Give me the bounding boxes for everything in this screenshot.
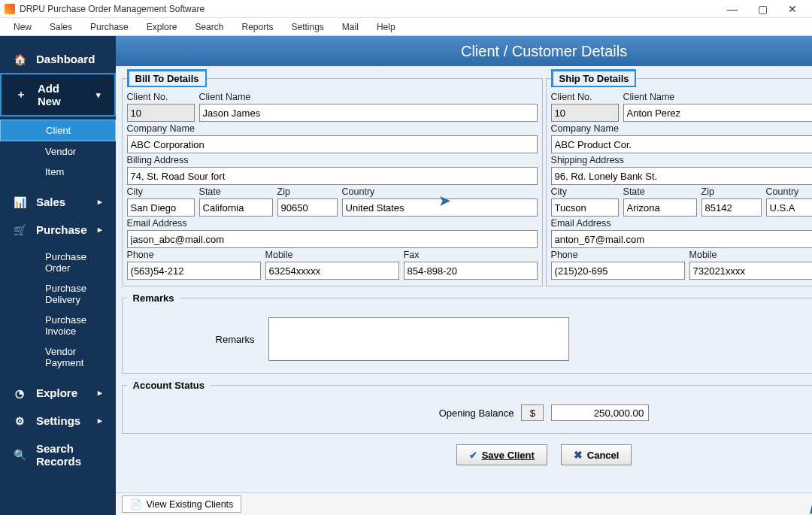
menu-purchase[interactable]: Purchase [81,22,138,32]
label-bill-clientname: Client Name [199,92,538,102]
chevron-right-icon: ▸ [98,416,102,426]
input-ship-phone[interactable] [551,262,685,280]
label-bill-clientno: Client No. [127,92,195,102]
label-ship-country: Country [766,186,812,197]
x-icon: ✖ [574,449,583,461]
input-bill-mobile[interactable] [265,262,399,280]
sidebar: 🏠 Dashboard ＋ Add New ▾ Client Vendor It… [0,36,116,515]
plus-icon: ＋ [15,89,27,101]
sidebar-add-new[interactable]: ＋ Add New ▾ [0,73,116,117]
page-header: Client / Customer Details Close [116,36,812,66]
input-bill-zip[interactable] [277,198,338,217]
label-bill-company: Company Name [127,123,538,134]
sidebar-subitem-client[interactable]: Client [0,120,116,141]
maximize-button[interactable]: ▢ [747,0,777,18]
globe-icon: ◔ [14,387,26,399]
chevron-right-icon: ▸ [98,225,102,235]
label-ship-mobile: Mobile [689,250,812,260]
sidebar-purchase-label: Purchase [36,223,87,236]
menubar: New Sales Purchase Explore Search Report… [0,18,812,36]
menu-reports[interactable]: Reports [232,22,282,32]
input-ship-email[interactable] [551,230,812,248]
input-bill-email[interactable] [127,230,538,248]
sidebar-subitem-item[interactable]: Item [0,162,116,182]
minimize-button[interactable]: — [717,0,747,18]
label-bill-state: State [199,186,273,197]
input-bill-fax[interactable] [404,262,538,280]
label-remarks: Remarks [187,334,255,345]
menu-mail[interactable]: Mail [333,22,368,32]
input-ship-state[interactable] [623,198,697,217]
menu-help[interactable]: Help [368,22,404,32]
menu-search[interactable]: Search [186,22,232,32]
content: Client / Customer Details Close Bill To … [116,36,812,515]
input-ship-shipping[interactable] [551,167,812,185]
input-currency [521,404,544,421]
bill-to-fieldset: Bill To Details Client No. Client Name C… [122,69,543,286]
close-window-button[interactable]: ✕ [777,0,807,18]
label-bill-zip: Zip [277,186,338,197]
menu-sales[interactable]: Sales [41,22,81,32]
sidebar-subitem-po[interactable]: Purchase Order [0,247,116,278]
sidebar-explore[interactable]: ◔ Explore ▸ [0,379,116,407]
sidebar-sales[interactable]: 📊 Sales ▸ [0,188,116,216]
sidebar-dashboard[interactable]: 🏠 Dashboard [0,45,116,73]
input-bill-phone[interactable] [127,262,261,280]
sidebar-subitem-vendor[interactable]: Vendor [0,141,116,162]
sidebar-subitem-delivery[interactable]: Purchase Delivery [0,278,116,310]
search-icon: 🔍 [14,449,26,461]
home-icon: 🏠 [14,53,26,65]
textarea-remarks[interactable] [268,317,569,361]
input-bill-city[interactable] [127,198,195,217]
label-ship-zip: Zip [701,186,762,197]
chart-icon: 📊 [14,196,26,208]
cancel-label: Cancel [587,450,620,461]
input-opening-balance[interactable] [551,404,649,421]
label-ship-shipping: Shipping Address [551,155,812,165]
input-bill-clientname[interactable] [199,104,538,122]
ship-to-fieldset: Ship To Details Client No. Client Name C… [546,69,812,286]
sidebar-settings[interactable]: ⚙ Settings ▸ [0,407,116,435]
input-ship-clientno[interactable] [551,104,619,122]
sidebar-subitem-payment[interactable]: Vendor Payment [0,341,116,373]
save-client-button[interactable]: ✔ Save Client [456,444,547,465]
label-bill-mobile: Mobile [265,250,399,260]
sidebar-purchase[interactable]: 🛒 Purchase ▸ [0,216,116,244]
label-bill-phone: Phone [127,250,261,260]
chevron-right-icon: ▸ [98,388,102,398]
input-bill-company[interactable] [127,135,538,153]
input-ship-clientname[interactable] [623,104,812,122]
sidebar-search-label: Search Records [36,442,102,468]
arrow-right-icon: ➤ [439,192,450,209]
input-ship-city[interactable] [551,198,619,217]
menu-settings[interactable]: Settings [283,22,333,32]
remarks-legend: Remarks [127,291,180,305]
label-ship-clientno: Client No. [551,92,619,102]
label-opening-balance: Opening Balance [439,407,514,419]
input-ship-company[interactable] [551,135,812,153]
view-existing-clients-button[interactable]: 📄 View Existing Clients [122,495,242,513]
input-bill-clientno[interactable] [127,104,195,122]
sidebar-subitem-invoice[interactable]: Purchase Invoice [0,310,116,341]
input-bill-state[interactable] [199,198,273,217]
account-status-legend: Account Status [127,378,211,392]
label-bill-billing: Billing Address [127,155,538,165]
input-ship-country[interactable] [766,198,812,217]
sidebar-sales-label: Sales [36,195,65,208]
input-ship-zip[interactable] [701,198,762,217]
cancel-button[interactable]: ✖ Cancel [561,444,632,465]
label-ship-city: City [551,186,619,197]
menu-new[interactable]: New [5,22,41,32]
footer: 📄 View Existing Clients Prodatadoctor.ne… [116,492,812,515]
bill-to-legend: Bill To Details [127,69,207,87]
sidebar-search-records[interactable]: 🔍 Search Records [0,435,116,475]
account-status-fieldset: Account Status Opening Balance [122,378,812,434]
app-icon [5,4,15,14]
input-bill-billing[interactable] [127,167,538,185]
input-ship-mobile[interactable] [689,262,812,280]
chevron-right-icon: ▸ [98,197,102,207]
cart-icon: 🛒 [14,224,26,236]
check-icon: ✔ [469,450,477,461]
save-client-label: Save Client [482,450,535,461]
menu-explore[interactable]: Explore [138,22,186,32]
